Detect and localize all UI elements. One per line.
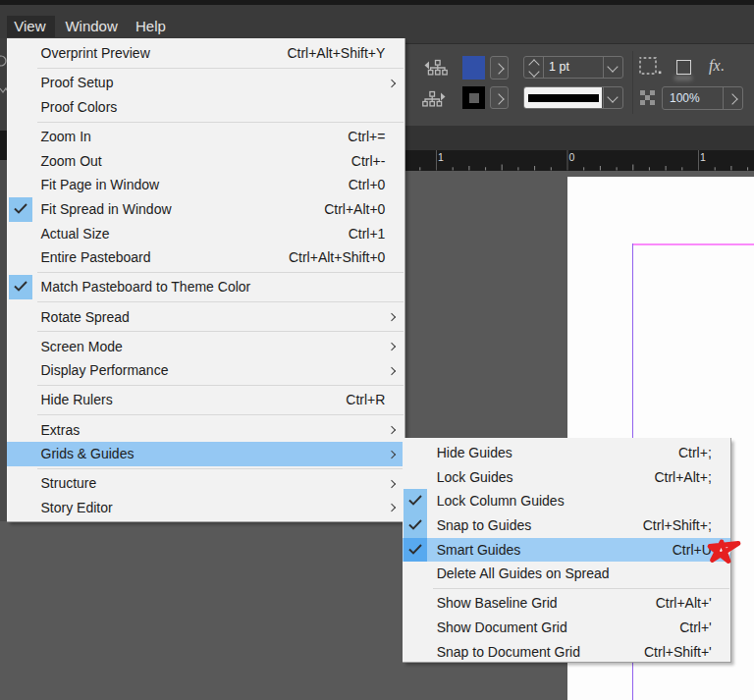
- svg-text:1: 1: [438, 151, 444, 163]
- svg-text:1: 1: [700, 151, 706, 163]
- svg-text:0: 0: [569, 151, 575, 163]
